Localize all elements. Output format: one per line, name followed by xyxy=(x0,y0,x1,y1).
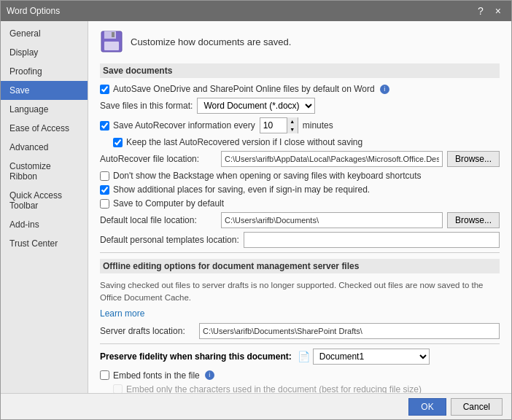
autosave-info-icon[interactable]: i xyxy=(380,85,389,94)
format-select[interactable]: Word Document (*.docx) xyxy=(197,98,315,114)
default-personal-label: Default personal templates location: xyxy=(100,235,239,245)
embed-chars-text: Embed only the characters used in the do… xyxy=(126,384,422,394)
browse1-button[interactable]: Browse... xyxy=(447,151,500,167)
spin-buttons: ▲ ▼ xyxy=(287,117,298,133)
autorecover-location-row: AutoRecover file location: C:\Users\arif… xyxy=(100,151,500,167)
keep-version-row: Keep the last AutoRecovered version if I… xyxy=(113,137,500,147)
sidebar: General Display Proofing Save Language E… xyxy=(1,21,88,393)
sidebar-item-customize-ribbon[interactable]: Customize Ribbon xyxy=(1,157,88,186)
dont-show-backstage-row: Don't show the Backstage when opening or… xyxy=(100,171,500,181)
autorecover-location-label: AutoRecover file location: xyxy=(100,154,217,164)
title-bar: Word Options ? × xyxy=(1,1,511,21)
autorecover-path-input[interactable]: C:\Users\arifb\AppData\Local\Packages\Mi… xyxy=(221,151,443,167)
preserve-fidelity-title: Preserve fidelity when sharing this docu… xyxy=(100,349,500,365)
divider2 xyxy=(100,343,500,344)
doc-select-wrap: 📄 Document1 xyxy=(298,349,430,365)
autorecover-text: Save AutoRecover information every xyxy=(113,120,255,131)
sidebar-item-advanced[interactable]: Advanced xyxy=(1,138,88,157)
default-personal-input[interactable] xyxy=(244,232,500,248)
minutes-label: minutes xyxy=(303,120,333,131)
dont-show-backstage-checkbox[interactable] xyxy=(100,171,109,181)
autorecover-checkbox[interactable] xyxy=(100,121,109,131)
close-button[interactable]: × xyxy=(491,5,505,17)
format-row: Save files in this format: Word Document… xyxy=(100,98,500,114)
default-personal-row: Default personal templates location: xyxy=(100,232,500,248)
help-button[interactable]: ? xyxy=(473,5,488,17)
cancel-button[interactable]: Cancel xyxy=(451,398,503,416)
main-content: General Display Proofing Save Language E… xyxy=(1,21,511,393)
word-options-window: Word Options ? × General Display Proofin… xyxy=(0,0,512,420)
embed-fonts-info-icon[interactable]: i xyxy=(205,370,214,380)
autorecover-minutes-input[interactable] xyxy=(260,118,287,133)
title-bar-buttons: ? × xyxy=(473,5,505,17)
ok-button[interactable]: OK xyxy=(408,398,446,416)
server-drafts-label: Server drafts location: xyxy=(100,326,195,336)
embed-fonts-label[interactable]: Embed fonts in the file i xyxy=(100,370,214,381)
autosave-text: AutoSave OneDrive and SharePoint Online … xyxy=(113,84,375,94)
document-icon: 📄 xyxy=(298,351,310,362)
spin-up-button[interactable]: ▲ xyxy=(287,117,298,125)
embed-chars-row: Embed only the characters used in the do… xyxy=(113,384,500,394)
window-title: Word Options xyxy=(7,6,60,16)
keep-version-label[interactable]: Keep the last AutoRecovered version if I… xyxy=(113,137,362,147)
sidebar-item-proofing[interactable]: Proofing xyxy=(1,62,88,81)
footer: OK Cancel xyxy=(1,393,511,419)
embed-fonts-text: Embed fonts in the file xyxy=(113,370,200,381)
default-local-label: Default local file location: xyxy=(100,215,217,225)
server-drafts-input[interactable]: C:\Users\arifb\Documents\SharePoint Draf… xyxy=(199,323,500,339)
save-icon xyxy=(100,30,123,53)
embed-chars-checkbox[interactable] xyxy=(113,384,123,393)
default-local-input[interactable]: C:\Users\arifb\Documents\ xyxy=(221,212,443,228)
autorecover-label[interactable]: Save AutoRecover information every xyxy=(100,120,255,131)
sidebar-item-trust-center[interactable]: Trust Center xyxy=(1,234,88,253)
main-panel: Customize how documents are saved. Save … xyxy=(88,21,511,393)
dont-show-backstage-label[interactable]: Don't show the Backstage when opening or… xyxy=(100,171,422,181)
document-select[interactable]: Document1 xyxy=(313,349,430,365)
offline-description: Saving checked out files to server draft… xyxy=(100,279,500,305)
section-header: Customize how documents are saved. xyxy=(100,30,500,53)
sidebar-item-add-ins[interactable]: Add-ins xyxy=(1,215,88,234)
sidebar-item-ease-of-access[interactable]: Ease of Access xyxy=(1,119,88,138)
dont-show-backstage-text: Don't show the Backstage when opening or… xyxy=(113,171,422,181)
sidebar-item-display[interactable]: Display xyxy=(1,43,88,62)
sidebar-item-quick-access-toolbar[interactable]: Quick Access Toolbar xyxy=(1,186,88,215)
show-additional-text: Show additional places for saving, even … xyxy=(113,184,370,195)
divider1 xyxy=(100,252,500,253)
show-additional-label[interactable]: Show additional places for saving, even … xyxy=(100,184,370,195)
autosave-label[interactable]: AutoSave OneDrive and SharePoint Online … xyxy=(100,84,389,94)
browse2-button[interactable]: Browse... xyxy=(447,212,500,228)
keep-version-checkbox[interactable] xyxy=(113,138,123,147)
keep-version-text: Keep the last AutoRecovered version if I… xyxy=(126,137,362,147)
sidebar-item-language[interactable]: Language xyxy=(1,100,88,119)
autosave-row: AutoSave OneDrive and SharePoint Online … xyxy=(100,84,500,94)
svg-rect-2 xyxy=(112,32,115,37)
offline-section-title: Offline editing options for document man… xyxy=(100,259,500,273)
preserve-fidelity-label: Preserve fidelity when sharing this docu… xyxy=(100,351,292,362)
show-additional-checkbox[interactable] xyxy=(100,185,109,195)
autorecover-row: Save AutoRecover information every ▲ ▼ m… xyxy=(100,117,500,133)
default-local-row: Default local file location: C:\Users\ar… xyxy=(100,212,500,228)
sidebar-item-save[interactable]: Save xyxy=(1,81,88,100)
embed-fonts-checkbox[interactable] xyxy=(100,370,109,380)
show-additional-row: Show additional places for saving, even … xyxy=(100,184,500,195)
sidebar-item-general[interactable]: General xyxy=(1,24,88,43)
save-to-computer-text: Save to Computer by default xyxy=(113,198,224,209)
svg-rect-3 xyxy=(104,42,119,50)
autorecover-number-wrap: ▲ ▼ xyxy=(260,117,298,133)
format-label: Save files in this format: xyxy=(100,101,193,111)
embed-fonts-row: Embed fonts in the file i xyxy=(100,370,500,381)
spin-down-button[interactable]: ▼ xyxy=(287,125,298,133)
embed-chars-label[interactable]: Embed only the characters used in the do… xyxy=(113,384,422,394)
autosave-checkbox[interactable] xyxy=(100,85,109,94)
save-to-computer-label[interactable]: Save to Computer by default xyxy=(100,198,224,209)
save-to-computer-row: Save to Computer by default xyxy=(100,198,500,209)
server-drafts-row: Server drafts location: C:\Users\arifb\D… xyxy=(100,323,500,339)
learn-more-link[interactable]: Learn more xyxy=(100,308,144,319)
save-to-computer-checkbox[interactable] xyxy=(100,199,109,209)
save-documents-section-title: Save documents xyxy=(100,63,500,78)
header-text: Customize how documents are saved. xyxy=(131,36,291,47)
